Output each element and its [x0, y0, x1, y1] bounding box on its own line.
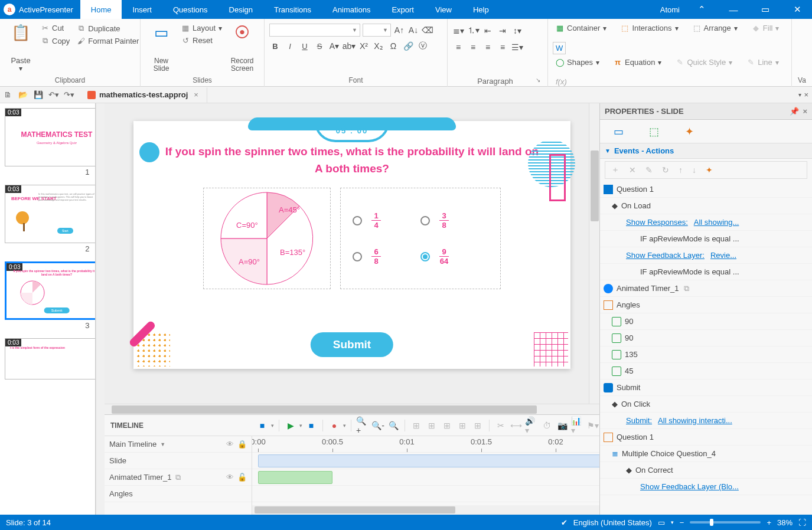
tree-q1b[interactable]: Question 1	[600, 429, 812, 446]
new-doc-icon[interactable]: 🗎	[0, 88, 15, 102]
tl-track-angles[interactable]: Angles	[105, 486, 252, 502]
tl-snap2-icon[interactable]: ⊞	[425, 419, 438, 432]
tree-fb-blo[interactable]: Show Feedback Layer (Blo...	[600, 479, 812, 495]
view-mode-icon[interactable]: ▭	[658, 518, 665, 527]
tl-snap3-icon[interactable]: ⊞	[441, 419, 454, 432]
copy-button[interactable]: ⧉Copy	[38, 35, 73, 47]
quick-style-button[interactable]: ✎Quick Style ▾	[673, 57, 735, 68]
record-screen-button[interactable]: ⦿ Record Screen	[226, 21, 258, 75]
panel-menu-icon[interactable]: ▾	[798, 91, 801, 98]
tree-q1[interactable]: Question 1	[600, 181, 812, 198]
equation-button[interactable]: πEquation ▾	[611, 57, 664, 68]
tree-cond1[interactable]: IF apReviewMode is equal ...	[600, 231, 812, 247]
tl-zoomout-icon[interactable]: 🔍-	[371, 419, 384, 432]
tab-export[interactable]: Export	[381, 0, 425, 19]
radio-icon[interactable]	[420, 216, 430, 225]
fit-icon[interactable]: ⛶	[798, 518, 806, 527]
fx-button[interactable]: f(x)	[553, 76, 570, 87]
bullets-icon[interactable]: ≣▾	[452, 25, 464, 37]
link-icon[interactable]: 🔗	[402, 40, 414, 52]
format-painter-button[interactable]: 🖌Format Painter	[74, 35, 142, 47]
paste-button[interactable]: 📋 Paste▾	[5, 21, 37, 75]
line-spacing-icon[interactable]: ↕▾	[511, 25, 523, 37]
tl-play-icon[interactable]: ▶	[284, 419, 297, 432]
tl-zoomfit-icon[interactable]: 🔍	[387, 419, 400, 432]
align-center-icon[interactable]: ≡	[467, 41, 479, 53]
justify-icon[interactable]: ≡	[497, 41, 508, 53]
tree-submit-action[interactable]: Submit:All showing interacti...	[600, 413, 812, 429]
option-4[interactable]: 964	[420, 248, 488, 265]
option-2[interactable]: 38	[420, 212, 488, 229]
close-icon[interactable]: ✕	[787, 1, 807, 18]
option-3[interactable]: 68	[353, 248, 420, 265]
tree-show-feedback[interactable]: Show Feedback Layer:Revie...	[600, 247, 812, 264]
radio-icon[interactable]	[420, 252, 430, 261]
shrink-font-icon[interactable]: A↓	[407, 24, 419, 36]
document-tab[interactable]: mathematics-test.approj ×	[81, 87, 207, 103]
slide-props-tab[interactable]: ▭	[611, 124, 626, 139]
tl-chart-icon[interactable]: 📊▾	[571, 419, 584, 432]
tl-stop-icon[interactable]: ■	[256, 419, 269, 432]
radio-icon[interactable]	[353, 252, 362, 261]
tl-cam-icon[interactable]: 📷	[556, 419, 569, 432]
tab-transitions[interactable]: Transitions	[263, 0, 322, 19]
radio-icon[interactable]	[353, 216, 362, 225]
layout-button[interactable]: ▦Layout ▾	[178, 22, 225, 34]
tree-cond2[interactable]: IF apReviewMode is equal ...	[600, 264, 812, 280]
tl-vol-icon[interactable]: 🔊▾	[525, 419, 538, 432]
tl-speed-icon[interactable]: ⏱	[540, 419, 553, 432]
zoom-value[interactable]: 38%	[777, 518, 793, 527]
fill-button[interactable]: ◆Fill ▾	[749, 22, 782, 34]
reset-button[interactable]: ↺Reset	[178, 35, 225, 46]
shapes-button[interactable]: ◯Shapes ▾	[553, 57, 602, 68]
align-right-icon[interactable]: ≡	[482, 41, 494, 53]
numbering-icon[interactable]: ⒈▾	[467, 25, 479, 37]
superscript-icon[interactable]: X²	[358, 40, 370, 52]
tl-pause-icon[interactable]: ■	[305, 419, 318, 432]
tree-submit[interactable]: Submit	[600, 379, 812, 396]
ea-refresh-icon[interactable]: ↻	[662, 165, 669, 175]
font-family-combo[interactable]: ▼	[269, 24, 360, 37]
submit-button[interactable]: Submit	[311, 332, 393, 357]
cut-button[interactable]: ✂Cut	[38, 22, 73, 34]
lock-icon[interactable]: 🔓	[237, 473, 247, 482]
highlight-icon[interactable]: ab▾	[343, 40, 355, 52]
variable-icon[interactable]: ⓥ	[417, 40, 429, 52]
tl-flag-icon[interactable]: ⚑▾	[586, 419, 599, 432]
tree-angle-45[interactable]: 45	[600, 363, 812, 379]
tl-zoomin-icon[interactable]: 🔍+	[356, 419, 369, 432]
font-size-combo[interactable]: ▼	[363, 24, 391, 37]
canvas-area[interactable]: 05 : 00 If you spin the spinner two time…	[105, 103, 599, 404]
zoom-slider[interactable]	[690, 521, 761, 524]
tree-oncorrect[interactable]: ◆On Correct	[600, 462, 812, 479]
panel-close-icon[interactable]: ×	[804, 90, 808, 99]
interactions-button[interactable]: ⬚Interactions ▾	[618, 22, 681, 34]
thumb-2[interactable]: 0:03 BEFORE WE START In this mathematics…	[5, 185, 90, 253]
zoom-out-icon[interactable]: −	[680, 518, 684, 527]
tl-main-row[interactable]: Main Timeline▼👁🔒	[105, 436, 252, 453]
thumb-4[interactable]: 0:03 t is the simplest form of the expre…	[5, 338, 90, 379]
tree-show-responses[interactable]: Show Responses:All showing...	[600, 214, 812, 231]
tree-angle-135[interactable]: 135	[600, 346, 812, 363]
tree-angle-90a[interactable]: 90	[600, 313, 812, 330]
save-icon[interactable]: 💾	[31, 88, 46, 102]
thumb-1[interactable]: 0:03 MATHEMATICS TEST Geometry & Algebra…	[5, 108, 90, 176]
answers-box[interactable]: 14 38 68 964	[340, 188, 501, 289]
zoom-in-icon[interactable]: +	[767, 518, 771, 527]
tl-track-slide[interactable]: Slide	[105, 453, 252, 469]
tab-animations[interactable]: Animations	[322, 0, 381, 19]
panel-close-icon[interactable]: ×	[803, 107, 807, 116]
tl-snap1-icon[interactable]: ⊞	[410, 419, 423, 432]
ea-delete-icon[interactable]: ✕	[629, 165, 636, 175]
lock-icon[interactable]: 🔒	[237, 440, 247, 449]
omega-icon[interactable]: Ω	[387, 40, 399, 52]
tl-bar-timer[interactable]	[258, 471, 332, 484]
canvas-hscroll[interactable]	[105, 404, 599, 414]
option-1[interactable]: 14	[353, 212, 420, 229]
ea-up-icon[interactable]: ↑	[679, 165, 683, 175]
thumb-scrollbar[interactable]	[96, 103, 105, 515]
italic-icon[interactable]: I	[284, 40, 296, 52]
size-props-tab[interactable]: ⬚	[646, 124, 661, 139]
align-left-icon[interactable]: ≡	[452, 41, 464, 53]
events-tree[interactable]: Question 1 ◆On Load Show Responses:All s…	[600, 181, 812, 515]
